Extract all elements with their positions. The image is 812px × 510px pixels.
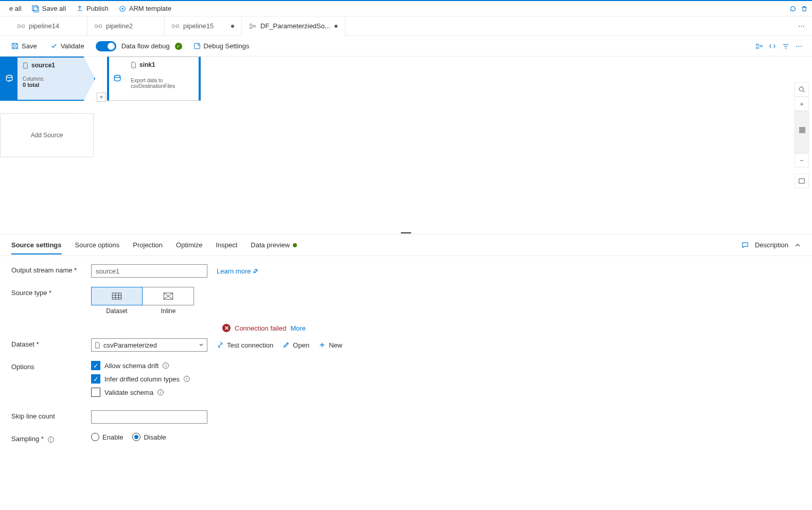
add-transformation-button[interactable]: + <box>97 93 106 102</box>
dataset-label: Dataset * <box>11 338 91 348</box>
validate-label: Validate <box>61 42 84 50</box>
svg-point-16 <box>6 75 12 78</box>
source-type-inline-option[interactable] <box>143 287 194 305</box>
inline-icon <box>163 293 173 300</box>
svg-rect-3 <box>18 25 20 28</box>
code-icon[interactable] <box>769 43 776 50</box>
learn-more-link[interactable]: Learn more <box>217 267 259 275</box>
tab-pipeline2[interactable]: pipeline2 <box>87 16 165 35</box>
fit-screen-button[interactable] <box>795 174 809 188</box>
settings-icon <box>193 43 201 50</box>
test-connection-button[interactable]: Test connection <box>217 341 273 349</box>
source-type-dataset-option[interactable] <box>91 287 143 305</box>
infer-drifted-checkbox[interactable]: ✓ <box>91 374 100 384</box>
sampling-disable-radio[interactable]: Disable <box>132 433 166 441</box>
svg-point-17 <box>114 75 120 78</box>
debug-toggle[interactable] <box>96 41 116 51</box>
sink-desc-line2: csvDestinationFiles <box>131 83 193 89</box>
description-link[interactable]: Description <box>755 241 788 249</box>
svg-point-11 <box>254 25 256 27</box>
allow-schema-drift-label: Allow schema drift <box>104 362 158 370</box>
open-dataset-button[interactable]: Open <box>283 341 309 349</box>
output-stream-input[interactable] <box>91 264 207 278</box>
tab-source-options[interactable]: Source options <box>75 236 120 254</box>
error-more-link[interactable]: More <box>290 324 306 332</box>
refresh-icon[interactable] <box>789 5 797 12</box>
tab-pipeline14[interactable]: pipeline14 <box>10 16 87 35</box>
chevron-up-icon[interactable] <box>795 242 801 248</box>
tab-projection[interactable]: Projection <box>133 236 163 254</box>
add-source-button[interactable]: Add Source <box>0 113 94 157</box>
svg-rect-7 <box>172 25 174 28</box>
skip-line-input[interactable] <box>91 410 207 424</box>
sampling-enable-radio[interactable]: Enable <box>91 433 123 441</box>
connection-icon <box>217 341 224 349</box>
svg-rect-6 <box>99 25 101 28</box>
svg-rect-19 <box>799 179 805 184</box>
info-icon[interactable]: i <box>184 376 190 382</box>
grid-icon <box>112 293 122 300</box>
info-icon[interactable]: i <box>163 362 169 369</box>
svg-rect-0 <box>32 5 38 10</box>
debug-settings-button[interactable]: Debug Settings <box>191 40 252 52</box>
sampling-label: Sampling * i <box>11 433 91 443</box>
zoom-in-button[interactable]: + <box>795 97 809 111</box>
output-stream-label: Output stream name * <box>11 264 91 274</box>
check-icon <box>50 43 58 50</box>
filter-icon[interactable] <box>782 43 789 50</box>
tabs-overflow-button[interactable]: ⋯ <box>791 16 812 35</box>
zoom-out-button[interactable]: − <box>795 153 809 168</box>
sink-node[interactable]: sink1 Export data to csvDestinationFiles <box>107 57 201 101</box>
error-text: Connection failed <box>235 324 286 332</box>
svg-point-10 <box>250 27 252 29</box>
validate-schema-checkbox[interactable]: ✓ <box>91 388 100 397</box>
allow-schema-drift-checkbox[interactable]: ✓ <box>91 361 100 370</box>
trash-icon[interactable] <box>801 5 808 12</box>
save-button[interactable]: Save <box>9 40 39 52</box>
source-columns-label: Columns: <box>23 76 89 82</box>
source-type-label: Source type * <box>11 287 91 297</box>
tab-optimize[interactable]: Optimize <box>176 236 202 254</box>
source-node[interactable]: source1 Columns: 0 total <box>0 57 95 101</box>
tab-pipeline15[interactable]: pipeline15 <box>165 16 242 35</box>
properties-panel: Source settings Source options Projectio… <box>0 234 812 472</box>
info-icon[interactable]: i <box>157 389 164 395</box>
new-dataset-button[interactable]: New <box>319 341 342 349</box>
preview-ready-indicator <box>293 243 297 247</box>
arm-template-button[interactable]: ARM template <box>114 3 176 14</box>
search-icon[interactable] <box>795 82 809 97</box>
tab-data-preview[interactable]: Data preview <box>251 236 297 254</box>
svg-rect-12 <box>194 43 200 49</box>
info-icon[interactable]: i <box>48 436 54 443</box>
tab-label: pipeline15 <box>183 22 214 30</box>
tab-dataflow-parameterized[interactable]: DF_ParameterziedSo... <box>242 16 345 35</box>
svg-point-9 <box>250 24 252 26</box>
more-icon[interactable]: ⋯ <box>796 43 803 50</box>
panel-resize-handle[interactable] <box>401 232 411 234</box>
validate-button[interactable]: Validate <box>48 40 86 52</box>
dataflow-canvas[interactable]: source1 Columns: 0 total + sink1 Export … <box>0 57 812 234</box>
dataflow-icon <box>249 23 256 30</box>
sink-node-title: sink1 <box>139 61 155 68</box>
add-source-label: Add Source <box>31 132 63 139</box>
source-node-title: source1 <box>31 62 55 69</box>
infer-drifted-label: Infer drifted column types <box>104 375 180 383</box>
dataflow-toolbar: Save Validate Data flow debug ✓ Debug Se… <box>0 36 812 57</box>
save-all-button[interactable]: Save all <box>27 3 71 14</box>
tab-inspect[interactable]: Inspect <box>216 236 237 254</box>
disable-label: Disable <box>144 433 166 441</box>
skip-line-label: Skip line count <box>11 410 91 420</box>
svg-rect-5 <box>95 25 97 28</box>
zoom-slider[interactable] <box>795 111 809 153</box>
refresh-all-truncated[interactable]: e all <box>4 3 27 14</box>
publish-button[interactable]: Publish <box>71 3 114 14</box>
zoom-slider-thumb[interactable] <box>799 127 805 133</box>
arm-label: ARM template <box>129 5 171 12</box>
pipeline-icon <box>17 23 25 30</box>
tab-source-settings[interactable]: Source settings <box>11 236 62 254</box>
source-columns-count: 0 total <box>23 82 89 88</box>
pipeline-icon <box>172 23 179 30</box>
editor-tabs: pipeline14 pipeline2 pipeline15 DF_Param… <box>0 16 812 36</box>
layout-icon[interactable] <box>755 43 763 50</box>
dataset-select[interactable]: csvParameterized <box>91 338 207 352</box>
